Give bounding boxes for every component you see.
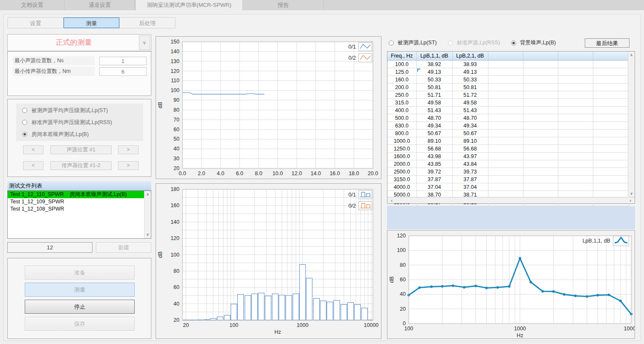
table-cell[interactable] bbox=[488, 76, 523, 84]
table-cell[interactable]: 250.0 bbox=[387, 91, 416, 99]
sub-tab-0[interactable]: 设置 bbox=[8, 17, 64, 28]
table-header-cell[interactable] bbox=[593, 52, 629, 61]
table-cell[interactable] bbox=[593, 61, 629, 68]
scroll-up-icon[interactable]: ∧ bbox=[144, 191, 151, 198]
table-cell[interactable]: 43.98 bbox=[416, 153, 452, 160]
table-cell[interactable]: 56.68 bbox=[416, 145, 452, 153]
param-value-input[interactable]: 6 bbox=[99, 67, 147, 76]
table-header-cell[interactable] bbox=[523, 52, 558, 61]
table-cell[interactable]: 315.0 bbox=[387, 99, 416, 107]
results-table[interactable]: Freq., HzLpB,1,1, dBLpB,2,1, dB100.038.9… bbox=[387, 51, 635, 204]
table-cell[interactable] bbox=[558, 99, 593, 107]
table-cell[interactable] bbox=[488, 160, 523, 168]
position-prev-button[interactable]: < bbox=[23, 145, 43, 154]
table-cell[interactable] bbox=[558, 145, 593, 153]
table-cell[interactable]: 500.0 bbox=[387, 114, 416, 122]
table-cell[interactable] bbox=[523, 122, 558, 130]
table-cell[interactable] bbox=[558, 122, 593, 130]
table-cell[interactable] bbox=[523, 160, 558, 168]
table-cell[interactable]: 43.97 bbox=[452, 153, 488, 160]
table-cell[interactable]: 2000.0 bbox=[387, 160, 416, 168]
table-cell[interactable] bbox=[558, 153, 593, 160]
position-label-button[interactable]: 传声器位置 #1-2 bbox=[50, 161, 112, 170]
table-cell[interactable] bbox=[593, 91, 629, 99]
table-cell[interactable] bbox=[488, 183, 523, 191]
table-cell[interactable] bbox=[523, 183, 558, 191]
table-cell[interactable] bbox=[558, 68, 593, 76]
list-item[interactable]: Test 1_12_109_SPWR bbox=[8, 198, 147, 205]
action-button-stop[interactable]: 停止 bbox=[25, 300, 135, 314]
table-cell[interactable]: 49.34 bbox=[416, 122, 452, 130]
table-cell[interactable] bbox=[488, 61, 523, 68]
table-cell[interactable] bbox=[488, 114, 523, 122]
table-cell[interactable] bbox=[558, 91, 593, 99]
table-cell[interactable] bbox=[523, 137, 558, 145]
action-button-prepare[interactable]: 准备 bbox=[25, 266, 135, 280]
main-tab-3[interactable]: 报告 bbox=[243, 0, 324, 10]
table-cell[interactable]: 50.81 bbox=[452, 84, 488, 91]
table-cell[interactable] bbox=[593, 76, 629, 84]
table-cell[interactable] bbox=[523, 84, 558, 91]
table-cell[interactable] bbox=[488, 99, 523, 107]
table-cell[interactable] bbox=[593, 153, 629, 160]
table-cell[interactable] bbox=[488, 107, 523, 114]
table-cell[interactable] bbox=[593, 122, 629, 130]
table-header-cell[interactable]: LpB,2,1, dB bbox=[452, 52, 488, 61]
table-cell[interactable] bbox=[523, 61, 558, 68]
scroll-right-icon[interactable]: › bbox=[627, 197, 634, 203]
table-cell[interactable] bbox=[593, 114, 629, 122]
table-cell[interactable]: 43.84 bbox=[452, 160, 488, 168]
table-cell[interactable]: 50.33 bbox=[416, 76, 452, 84]
file-list[interactable]: Test 1_12_110_SPWR 房间本底噪声测试,Lp(B)Test 1_… bbox=[7, 191, 151, 239]
result-type-radio-0[interactable]: 被测声源,Lp(ST) bbox=[389, 39, 437, 46]
table-header-cell[interactable]: LpB,1,1, dB bbox=[416, 52, 452, 61]
position-next-button[interactable]: > bbox=[118, 145, 139, 154]
table-cell[interactable]: 49.58 bbox=[452, 99, 488, 107]
table-cell[interactable]: 200.0 bbox=[387, 84, 416, 91]
table-cell[interactable]: 51.72 bbox=[452, 91, 488, 99]
table-cell[interactable] bbox=[523, 91, 558, 99]
table-cell[interactable]: 49.58 bbox=[416, 99, 452, 107]
table-cell[interactable] bbox=[558, 176, 593, 183]
table-cell[interactable] bbox=[593, 99, 629, 107]
sub-tab-1[interactable]: 测量 bbox=[64, 17, 119, 28]
table-cell[interactable]: 49.13 bbox=[416, 68, 452, 76]
table-cell[interactable] bbox=[488, 168, 523, 176]
table-hscrollbar[interactable]: ‹› bbox=[387, 197, 635, 203]
table-cell[interactable]: 50.67 bbox=[452, 130, 488, 137]
table-cell[interactable] bbox=[523, 153, 558, 160]
table-cell[interactable] bbox=[558, 160, 593, 168]
table-cell[interactable]: 50.81 bbox=[416, 84, 452, 91]
result-type-radio-2[interactable]: 背景噪声,Lp(B) bbox=[511, 39, 556, 46]
list-item[interactable]: Test 1_12_108_SPWR bbox=[8, 205, 147, 213]
test-type-radio-2[interactable]: 房间本底噪声测试,Lp(B) bbox=[22, 128, 143, 140]
table-cell[interactable] bbox=[593, 107, 629, 114]
scroll-left-icon[interactable]: ‹ bbox=[388, 197, 395, 203]
table-cell[interactable]: 39.73 bbox=[452, 168, 488, 176]
table-cell[interactable] bbox=[593, 84, 629, 91]
table-cell[interactable]: 100.0 bbox=[387, 61, 416, 68]
table-cell[interactable] bbox=[558, 76, 593, 84]
table-cell[interactable] bbox=[523, 68, 558, 76]
table-cell[interactable] bbox=[558, 137, 593, 145]
table-cell[interactable] bbox=[593, 160, 629, 168]
count-button[interactable]: 12 bbox=[7, 242, 92, 253]
table-cell[interactable]: 48.70 bbox=[416, 114, 452, 122]
list-scrollbar[interactable]: ∧∨ bbox=[144, 191, 151, 238]
table-cell[interactable]: 89.10 bbox=[452, 137, 488, 145]
table-cell[interactable] bbox=[593, 176, 629, 183]
table-cell[interactable] bbox=[488, 122, 523, 130]
table-header-cell[interactable]: Freq., Hz bbox=[387, 52, 416, 61]
main-tab-0[interactable]: 文档设置 bbox=[0, 0, 65, 10]
table-cell[interactable]: 800.0 bbox=[387, 130, 416, 137]
table-cell[interactable] bbox=[593, 168, 629, 176]
table-cell[interactable]: 37.87 bbox=[452, 176, 488, 183]
action-button-measure[interactable]: 测量 bbox=[25, 283, 135, 297]
table-cell[interactable] bbox=[488, 68, 523, 76]
table-cell[interactable] bbox=[593, 145, 629, 153]
table-cell[interactable]: 56.68 bbox=[452, 145, 488, 153]
table-cell[interactable] bbox=[523, 114, 558, 122]
table-cell[interactable] bbox=[488, 145, 523, 153]
table-cell[interactable]: 50.33 bbox=[452, 76, 488, 84]
test-type-radio-1[interactable]: 标准声源平均声压级测试,Lp(RSS) bbox=[22, 116, 143, 128]
